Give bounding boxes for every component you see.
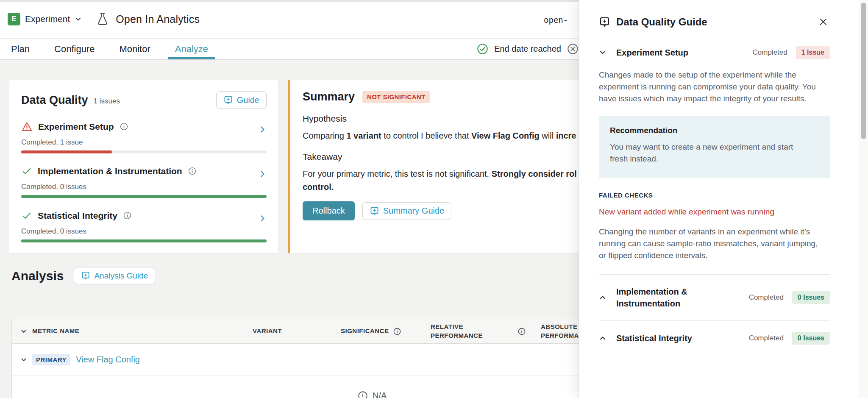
panel-section-name: Experiment Setup bbox=[616, 47, 688, 58]
info-icon[interactable] bbox=[188, 167, 197, 175]
primary-badge: PRIMARY bbox=[32, 354, 70, 365]
progress-bar bbox=[21, 150, 267, 153]
issue-count-badge: 0 Issues bbox=[792, 291, 830, 304]
summary-title: Summary bbox=[303, 90, 355, 103]
recommendation-title: Recommendation bbox=[610, 126, 819, 135]
metrics-table: METRIC NAME VARIANT SIGNIFICANCE RELATIV… bbox=[11, 319, 590, 398]
quality-item-statistical-integrity[interactable]: Statistical Integrity Completed, 0 issue… bbox=[21, 209, 267, 242]
takeaway-text-line2: control. bbox=[303, 182, 576, 192]
quality-item-implementation[interactable]: Implementation & Instrumentation Complet… bbox=[21, 164, 267, 198]
panel-section-implementation[interactable]: Implementation & Instrumentation Complet… bbox=[599, 275, 830, 321]
guide-icon bbox=[223, 95, 233, 105]
takeaway-heading: Takeaway bbox=[303, 152, 576, 162]
analysis-guide-label: Analysis Guide bbox=[94, 271, 148, 281]
recommendation-box: Recommendation You may want to create a … bbox=[599, 116, 830, 178]
metric-name-link[interactable]: View Flag Config bbox=[76, 355, 140, 365]
flask-icon bbox=[96, 12, 109, 26]
info-icon[interactable] bbox=[393, 327, 401, 336]
significance-badge: NOT SIGNIFICANT bbox=[362, 91, 430, 103]
quality-item-status: Completed, 0 issues bbox=[21, 227, 267, 236]
table-row: PRIMARY View Flag Config bbox=[12, 344, 589, 376]
data-quality-guide-panel: Data Quality Guide Experiment Setup Comp… bbox=[579, 0, 868, 398]
panel-section-statistical-integrity[interactable]: Statistical Integrity Completed 0 Issues bbox=[599, 321, 830, 356]
status-text: End date reached bbox=[494, 44, 561, 54]
summary-card: Summary NOT SIGNIFICANT Hypothesis Compa… bbox=[288, 80, 590, 253]
chevron-up-icon bbox=[599, 334, 606, 342]
issue-count-badge: 0 Issues bbox=[792, 332, 830, 345]
info-icon[interactable] bbox=[120, 122, 128, 131]
rollback-button[interactable]: Rollback bbox=[303, 201, 355, 220]
quality-item-status: Completed, 1 issue bbox=[21, 138, 267, 147]
experiment-type-dropdown[interactable]: E Experiment bbox=[8, 13, 82, 25]
panel-section-name: Statistical Integrity bbox=[616, 332, 743, 344]
guide-icon bbox=[599, 16, 610, 28]
table-header-row: METRIC NAME VARIANT SIGNIFICANCE RELATIV… bbox=[12, 319, 589, 344]
guide-icon bbox=[81, 271, 90, 281]
chevron-down-icon bbox=[599, 49, 606, 56]
info-icon[interactable] bbox=[517, 327, 541, 336]
guide-icon bbox=[370, 206, 379, 216]
column-header-significance: SIGNIFICANCE bbox=[341, 327, 389, 335]
iteration-status: End date reached bbox=[476, 39, 579, 59]
info-icon[interactable] bbox=[123, 211, 132, 220]
data-quality-issue-count: 1 issues bbox=[94, 97, 120, 106]
failed-checks-label: FAILED CHECKS bbox=[599, 192, 830, 199]
failed-check-detail: Changing the number of variants in an ex… bbox=[599, 226, 825, 262]
column-header-metric-name: METRIC NAME bbox=[32, 327, 253, 335]
quality-item-status: Completed, 0 issues bbox=[21, 183, 267, 191]
chevron-right-icon bbox=[259, 214, 267, 223]
page-title: Open In Analytics bbox=[116, 13, 200, 25]
progress-bar bbox=[21, 195, 267, 198]
failed-check-link[interactable]: New variant added while experiment was r… bbox=[599, 207, 830, 217]
recommendation-text: You may want to create a new experiment … bbox=[610, 141, 812, 165]
table-row: N/A bbox=[12, 376, 589, 398]
analysis-guide-button[interactable]: Analysis Guide bbox=[74, 267, 155, 284]
scrollbar-track[interactable] bbox=[859, 0, 868, 398]
quality-item-experiment-setup[interactable]: Experiment Setup Completed, 1 issue bbox=[21, 120, 267, 153]
analysis-title: Analysis bbox=[11, 269, 64, 283]
tab-analyze[interactable]: Analyze bbox=[175, 39, 208, 59]
progress-bar bbox=[21, 239, 267, 242]
quality-item-name: Experiment Setup bbox=[38, 122, 114, 132]
app-window: E Experiment Open In Analytics open- Pla… bbox=[0, 0, 868, 398]
data-quality-title: Data Quality bbox=[21, 94, 88, 107]
data-quality-guide-button[interactable]: Guide bbox=[216, 91, 267, 109]
hypothesis-text: Comparing 1 variant to control I believe… bbox=[303, 130, 576, 142]
chevron-right-icon bbox=[259, 125, 267, 134]
tab-plan[interactable]: Plan bbox=[11, 39, 30, 59]
scrollbar-thumb[interactable] bbox=[861, 3, 866, 139]
panel-title: Data Quality Guide bbox=[616, 16, 707, 28]
summary-guide-label: Summary Guide bbox=[383, 206, 445, 216]
chevron-right-icon bbox=[259, 170, 267, 178]
warning-triangle-icon bbox=[21, 121, 33, 132]
check-icon bbox=[21, 166, 32, 177]
chevron-down-icon bbox=[75, 16, 82, 23]
issue-count-badge: 1 Issue bbox=[796, 46, 830, 59]
takeaway-text: For your primary metric, this test is no… bbox=[303, 168, 576, 180]
section-description: Changes made to the setup of the experim… bbox=[599, 69, 820, 105]
summary-guide-button[interactable]: Summary Guide bbox=[362, 202, 452, 220]
panel-section-name: Implementation & Instrumentation bbox=[616, 286, 716, 309]
chevron-up-icon bbox=[599, 294, 606, 301]
quality-item-name: Statistical Integrity bbox=[38, 211, 117, 221]
close-icon[interactable] bbox=[817, 15, 830, 28]
experiment-badge: E bbox=[8, 13, 20, 25]
not-available-icon bbox=[357, 390, 368, 398]
significance-value: N/A bbox=[373, 391, 387, 398]
check-icon bbox=[21, 210, 32, 221]
check-circle-icon bbox=[476, 43, 489, 55]
section-status: Completed bbox=[749, 293, 784, 302]
data-quality-card: Data Quality 1 issues Guide Experiment S… bbox=[9, 80, 279, 253]
section-status: Completed bbox=[753, 48, 787, 57]
tab-monitor[interactable]: Monitor bbox=[119, 39, 150, 59]
quality-item-name: Implementation & Instrumentation bbox=[38, 166, 182, 176]
column-header-variant: VARIANT bbox=[253, 327, 341, 335]
hypothesis-heading: Hypothesis bbox=[303, 114, 576, 124]
row-expand-chevron-icon[interactable] bbox=[12, 356, 32, 363]
tab-configure[interactable]: Configure bbox=[54, 39, 95, 59]
panel-section-experiment-setup[interactable]: Experiment Setup Completed 1 Issue bbox=[599, 46, 830, 59]
expand-all-chevron-icon[interactable] bbox=[12, 328, 32, 335]
flag-key-text: open- bbox=[544, 15, 568, 25]
dismiss-circle-x-icon[interactable] bbox=[567, 43, 579, 55]
column-header-relative-performance: RELATIVE PERFORMANCE bbox=[431, 323, 494, 340]
